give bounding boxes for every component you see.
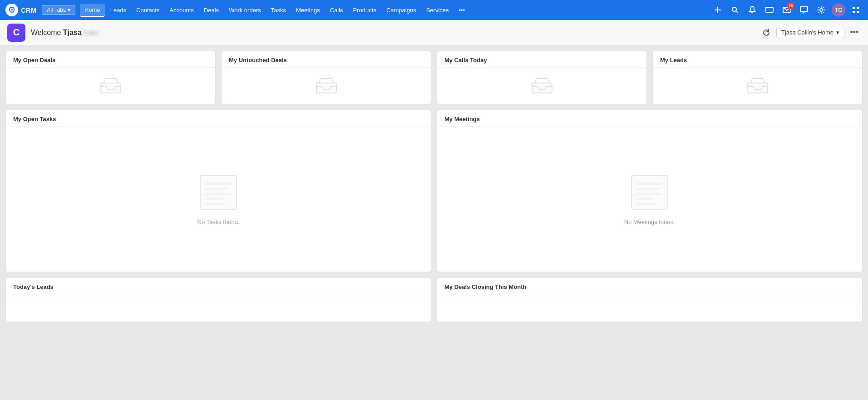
empty-doc-icon-2 xyxy=(627,173,672,214)
empty-doc-icon xyxy=(196,173,241,214)
nav-item-meetings[interactable]: Meetings xyxy=(291,4,325,16)
main-content: My Open Deals My Untouched Deals xyxy=(0,45,868,400)
nav-item-services[interactable]: Services xyxy=(422,4,454,16)
svg-point-9 xyxy=(820,9,823,11)
widget-open-deals: My Open Deals xyxy=(5,51,216,104)
empty-inbox-icon-3 xyxy=(531,78,553,94)
username: Tjasa xyxy=(63,29,84,36)
svg-line-4 xyxy=(736,11,738,13)
svg-rect-17 xyxy=(748,83,768,93)
svg-rect-25 xyxy=(636,182,663,185)
widget-my-leads-body xyxy=(653,68,862,104)
email-badge: 75 xyxy=(787,2,794,10)
widget-untouched-deals-body xyxy=(222,68,431,104)
widget-meetings-title: My Meetings xyxy=(437,110,862,127)
search-button[interactable] xyxy=(728,3,742,17)
svg-rect-23 xyxy=(205,203,225,205)
svg-rect-10 xyxy=(853,7,855,9)
widget-calls-today-title: My Calls Today xyxy=(437,51,646,68)
app-logo: C xyxy=(7,24,25,42)
svg-rect-19 xyxy=(205,182,232,185)
add-button[interactable] xyxy=(711,3,725,17)
nav-item-accounts[interactable]: Accounts xyxy=(165,4,198,16)
widget-todays-leads: Today's Leads xyxy=(5,278,431,322)
widget-meetings-body: No Meetings found. xyxy=(437,127,862,272)
svg-rect-11 xyxy=(857,7,859,9)
svg-rect-13 xyxy=(857,11,859,13)
widget-calls-today: My Calls Today xyxy=(437,51,647,104)
widget-my-leads-title: My Leads xyxy=(653,51,862,68)
screen-button[interactable] xyxy=(763,3,776,17)
svg-rect-16 xyxy=(532,83,552,93)
widget-todays-leads-title: Today's Leads xyxy=(6,278,431,294)
nav-item-contacts[interactable]: Contacts xyxy=(132,4,164,16)
header-right: Tjasa Collin's Home ▾ ••• xyxy=(760,26,861,39)
svg-rect-12 xyxy=(853,11,855,13)
chat-button[interactable] xyxy=(797,3,811,17)
avatar[interactable]: TC xyxy=(832,3,845,17)
open-tasks-empty-text: No Tasks found. xyxy=(197,219,240,225)
svg-rect-22 xyxy=(205,198,223,200)
widget-calls-today-body xyxy=(437,68,646,104)
refresh-button[interactable] xyxy=(760,26,773,39)
widget-open-deals-body xyxy=(6,68,215,104)
top-widget-row: My Open Deals My Untouched Deals xyxy=(5,51,863,104)
nav-item-tasks[interactable]: Tasks xyxy=(266,4,291,16)
meetings-empty-text: No Meetings found. xyxy=(624,219,676,225)
header-bar: C Welcome Tjasa Collin Tjasa Collin's Ho… xyxy=(0,20,868,45)
chevron-down-icon: ▾ xyxy=(836,29,839,36)
empty-inbox-icon-4 xyxy=(747,78,769,94)
svg-rect-29 xyxy=(636,203,656,205)
welcome-message: Welcome Tjasa Collin xyxy=(31,29,99,37)
widget-untouched-deals-title: My Untouched Deals xyxy=(222,51,431,68)
nav-item-home[interactable]: Home xyxy=(80,4,105,17)
nav-item-calls[interactable]: Calls xyxy=(326,4,348,16)
nav-item-workorders[interactable]: Work orders xyxy=(224,4,266,16)
svg-point-3 xyxy=(732,7,736,11)
welcome-prefix: Welcome xyxy=(31,29,61,36)
top-navigation: CRM All Tabs ▾ Home Leads Contacts Accou… xyxy=(0,0,868,20)
email-button[interactable]: 75 xyxy=(780,3,794,17)
nav-item-campaigns[interactable]: Campaigns xyxy=(382,4,421,16)
middle-widget-row: My Open Tasks No Tasks found. My Meeting… xyxy=(5,110,863,272)
widget-todays-leads-body xyxy=(6,294,431,322)
nav-right-actions: 75 TC xyxy=(711,3,863,17)
crm-logo[interactable]: CRM xyxy=(5,4,36,16)
svg-rect-27 xyxy=(636,193,661,195)
settings-button[interactable] xyxy=(814,3,828,17)
crm-logo-icon xyxy=(5,4,18,16)
nav-item-deals[interactable]: Deals xyxy=(199,4,223,16)
svg-rect-21 xyxy=(205,193,230,195)
widget-meetings: My Meetings No Meetings found. xyxy=(437,110,863,272)
svg-rect-14 xyxy=(101,83,121,93)
widget-open-tasks-body: No Tasks found. xyxy=(6,127,431,272)
chevron-down-icon: ▾ xyxy=(68,7,70,13)
svg-rect-2 xyxy=(715,10,721,10)
bottom-widget-row: Today's Leads My Deals Closing This Mont… xyxy=(5,278,863,322)
header-more-button[interactable]: ••• xyxy=(848,26,861,39)
svg-rect-20 xyxy=(205,188,227,190)
svg-point-0 xyxy=(11,9,13,10)
empty-inbox-icon-2 xyxy=(316,78,337,94)
widget-deals-closing: My Deals Closing This Month xyxy=(437,278,863,322)
notifications-button[interactable] xyxy=(745,3,759,17)
widget-open-tasks-title: My Open Tasks xyxy=(6,110,431,127)
svg-rect-28 xyxy=(636,198,654,200)
nav-item-leads[interactable]: Leads xyxy=(106,4,131,16)
crm-logo-text: CRM xyxy=(21,6,36,14)
widget-open-deals-title: My Open Deals xyxy=(6,51,215,68)
svg-rect-5 xyxy=(766,7,773,12)
nav-item-more[interactable]: ••• xyxy=(454,4,470,16)
svg-rect-26 xyxy=(636,188,659,190)
empty-inbox-icon xyxy=(100,78,122,94)
main-scroll[interactable]: My Open Deals My Untouched Deals xyxy=(0,45,868,400)
svg-rect-15 xyxy=(316,83,336,93)
widget-deals-closing-title: My Deals Closing This Month xyxy=(437,278,862,294)
all-tabs-button[interactable]: All Tabs ▾ xyxy=(42,5,75,15)
home-selector-label: Tjasa Collin's Home xyxy=(781,29,833,36)
widget-open-tasks: My Open Tasks No Tasks found. xyxy=(5,110,431,272)
nav-item-products[interactable]: Products xyxy=(349,4,381,16)
home-selector[interactable]: Tjasa Collin's Home ▾ xyxy=(776,27,844,38)
nav-items: Home Leads Contacts Accounts Deals Work … xyxy=(80,4,709,17)
grid-button[interactable] xyxy=(849,3,863,17)
